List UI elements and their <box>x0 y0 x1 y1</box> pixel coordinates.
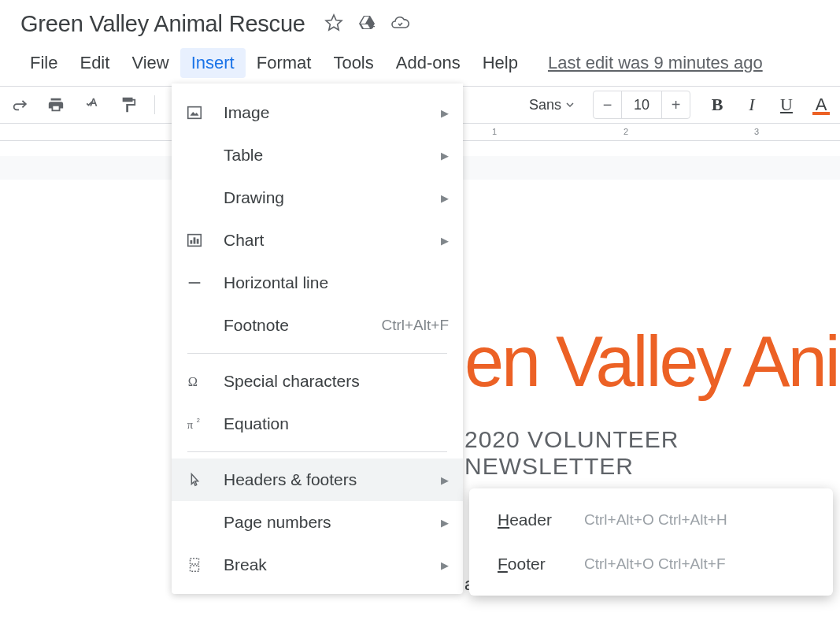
submenu-header[interactable]: Header Ctrl+Alt+O Ctrl+Alt+H <box>469 498 833 542</box>
submenu-arrow-icon: ▶ <box>441 517 449 529</box>
svg-text:2: 2 <box>197 417 200 424</box>
dd-label: Break <box>224 555 435 574</box>
ruler-mark: 2 <box>624 127 628 136</box>
submenu-footer[interactable]: Footer Ctrl+Alt+O Ctrl+Alt+F <box>469 542 833 586</box>
cursor-icon <box>186 471 224 488</box>
font-size-decrease[interactable]: − <box>594 91 622 118</box>
drive-icon[interactable]: + <box>357 13 376 35</box>
insert-drawing[interactable]: Drawing ▶ <box>172 176 463 219</box>
redo-button[interactable] <box>5 90 35 120</box>
insert-page-numbers[interactable]: Page numbers ▶ <box>172 501 463 544</box>
doc-subheading[interactable]: 2020 VOLUNTEER NEWSLETTER <box>464 426 840 480</box>
spellcheck-button[interactable] <box>77 90 107 120</box>
menu-tools[interactable]: Tools <box>322 48 384 78</box>
star-icon[interactable] <box>324 13 343 35</box>
italic-button[interactable]: I <box>738 91 766 119</box>
font-size-value[interactable]: 10 <box>622 97 661 113</box>
menu-addons[interactable]: Add-ons <box>385 48 472 78</box>
dd-label: Image <box>224 103 435 122</box>
dd-label: Headers & footers <box>224 470 435 489</box>
svg-text:π: π <box>187 418 194 431</box>
sm-shortcut: Ctrl+Alt+O Ctrl+Alt+F <box>584 555 726 573</box>
insert-footnote[interactable]: Footnote Ctrl+Alt+F <box>172 304 463 347</box>
dd-shortcut: Ctrl+Alt+F <box>381 317 449 334</box>
sm-shortcut: Ctrl+Alt+O Ctrl+Alt+H <box>584 511 727 529</box>
paint-format-button[interactable] <box>113 90 143 120</box>
insert-image[interactable]: Image ▶ <box>172 91 463 134</box>
sm-label: Footer <box>498 555 584 574</box>
insert-horizontal-line[interactable]: Horizontal line <box>172 262 463 304</box>
svg-rect-1 <box>188 107 202 119</box>
headers-footers-submenu: Header Ctrl+Alt+O Ctrl+Alt+H Footer Ctrl… <box>469 488 833 596</box>
print-button[interactable] <box>41 90 71 120</box>
font-size-group: − 10 + <box>593 91 690 119</box>
separator <box>187 353 447 354</box>
doc-heading[interactable]: en Valley Ani <box>464 321 840 403</box>
chevron-down-icon <box>566 101 574 109</box>
font-name-label: Sans <box>529 97 561 113</box>
menubar: File Edit View Insert Format Tools Add-o… <box>0 42 840 86</box>
dd-label: Page numbers <box>224 513 435 532</box>
break-icon <box>186 556 224 574</box>
document-title[interactable]: Green Valley Animal Rescue <box>20 11 305 37</box>
svg-rect-5 <box>197 239 199 243</box>
sm-label: Header <box>498 510 584 529</box>
submenu-arrow-icon: ▶ <box>441 107 449 119</box>
ruler-mark: 1 <box>492 127 497 136</box>
text-color-button[interactable]: A <box>807 91 835 119</box>
menu-edit[interactable]: Edit <box>68 48 120 78</box>
submenu-arrow-icon: ▶ <box>441 235 449 247</box>
insert-equation[interactable]: π2 Equation <box>172 403 463 445</box>
image-icon <box>186 104 224 121</box>
submenu-arrow-icon: ▶ <box>441 192 449 204</box>
title-icons: + <box>324 13 409 35</box>
insert-headers-footers[interactable]: Headers & footers ▶ <box>172 459 463 501</box>
menu-help[interactable]: Help <box>472 48 529 78</box>
submenu-arrow-icon: ▶ <box>441 150 449 161</box>
pi-icon: π2 <box>186 415 224 433</box>
underline-button[interactable]: U <box>772 91 801 119</box>
insert-table[interactable]: Table ▶ <box>172 134 463 176</box>
dd-label: Equation <box>224 414 449 433</box>
menu-insert[interactable]: Insert <box>180 48 246 78</box>
dd-label: Footnote <box>224 316 381 335</box>
last-edit-link[interactable]: Last edit was 9 minutes ago <box>548 53 763 73</box>
svg-text:Ω: Ω <box>188 374 198 389</box>
omega-icon: Ω <box>186 373 224 390</box>
hline-icon <box>186 274 224 291</box>
svg-rect-6 <box>189 282 201 284</box>
dd-label: Special characters <box>224 372 449 391</box>
insert-special-characters[interactable]: Ω Special characters <box>172 360 463 403</box>
menu-format[interactable]: Format <box>246 48 323 78</box>
separator <box>187 451 447 452</box>
svg-rect-4 <box>194 237 196 243</box>
svg-text:+: + <box>370 21 375 31</box>
cloud-icon[interactable] <box>390 13 409 35</box>
dd-label: Drawing <box>224 188 435 207</box>
insert-dropdown: Image ▶ Table ▶ Drawing ▶ Chart ▶ Horizo… <box>172 84 463 594</box>
separator <box>154 95 155 114</box>
submenu-arrow-icon: ▶ <box>441 474 449 486</box>
chart-icon <box>186 232 224 249</box>
dd-label: Horizontal line <box>224 273 449 292</box>
bold-button[interactable]: B <box>703 91 731 119</box>
svg-rect-3 <box>191 240 193 244</box>
menu-file[interactable]: File <box>19 48 68 78</box>
insert-chart[interactable]: Chart ▶ <box>172 219 463 262</box>
font-size-increase[interactable]: + <box>661 91 690 118</box>
menu-view[interactable]: View <box>120 48 179 78</box>
font-family-select[interactable]: Sans <box>523 97 580 113</box>
titlebar: Green Valley Animal Rescue + <box>0 0 840 42</box>
insert-break[interactable]: Break ▶ <box>172 544 463 586</box>
submenu-arrow-icon: ▶ <box>441 559 449 571</box>
dd-label: Table <box>224 146 435 165</box>
dd-label: Chart <box>224 231 435 250</box>
ruler-mark: 3 <box>754 127 759 136</box>
